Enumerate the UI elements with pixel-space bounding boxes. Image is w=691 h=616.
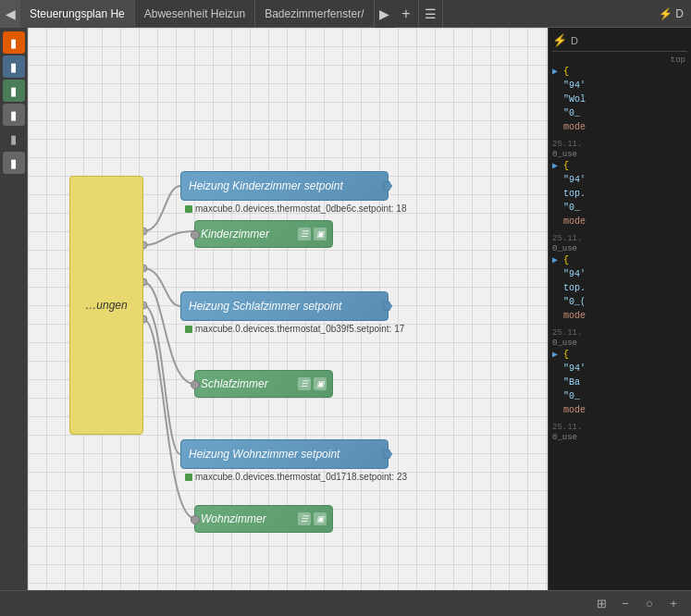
zoom-out-btn[interactable]: − xyxy=(615,594,635,614)
room-node-schlafzimmer[interactable]: Schlafzimmer ☰ ▣ xyxy=(194,370,333,398)
meta-timestamp-3: 25.11. xyxy=(552,328,687,338)
json-entry-2: ▶ { "94' top. "0_ mode xyxy=(552,159,687,228)
deploy-icon: ⚡ xyxy=(552,33,567,47)
sidebar-icon-grey2[interactable]: ▮ xyxy=(3,152,25,174)
toggle-icon-2[interactable]: ▣ xyxy=(314,377,327,390)
junction-node[interactable]: …ungen xyxy=(69,176,143,435)
sublabel-dot-3 xyxy=(185,474,192,481)
json-entry-3: ▶ { "94' top. "0_( mode xyxy=(552,253,687,323)
json-entry-4: ▶ { "94' "Ba "0_ mode xyxy=(552,348,687,417)
tab-badezimmer[interactable]: Badezimmerfenster/ xyxy=(255,0,374,28)
setpoint-node-wohnzimmer[interactable]: Heizung Wohnzimmer setpoint xyxy=(180,439,389,469)
room-node-wohnzimmer[interactable]: Wohnzimmer ☰ ▣ xyxy=(194,505,333,533)
room-icon-kinderzimmer: ☰ ▣ xyxy=(298,228,327,240)
list-icon-2: ☰ xyxy=(298,377,311,390)
port-left-r1 xyxy=(191,230,200,240)
left-sidebar: ▮ ▮ ▮ ▮ ▮ ▮ xyxy=(0,28,28,590)
list-icon-1: ☰ xyxy=(298,228,311,240)
setpoint-label-wohnzimmer: Heizung Wohnzimmer setpoint xyxy=(189,448,339,461)
toggle-icon-1[interactable]: ▣ xyxy=(314,228,327,240)
setpoint-label-kinderzimmer: Heizung Kinderzimmer setpoint xyxy=(189,179,343,192)
sublabel-kinderzimmer: maxcube.0.devices.thermostat_0dbe6c.setp… xyxy=(185,203,406,214)
setpoint-node-schlafzimmer[interactable]: Heizung Schlafzimmer setpoint xyxy=(180,291,389,321)
output-port-sp1 xyxy=(383,181,392,191)
sublabel-dot-1 xyxy=(185,205,192,213)
deploy-btn[interactable]: ⚡ D xyxy=(651,0,691,28)
meta-user-1: 0_use xyxy=(552,150,687,159)
sublabel-text-kinderzimmer: maxcube.0.devices.thermostat_0dbe6c.setp… xyxy=(195,203,406,214)
tab-bar: ◀ Steuerungsplan He Abwesenheit Heizun B… xyxy=(0,0,691,28)
room-icon-schlafzimmer: ☰ ▣ xyxy=(298,377,327,390)
canvas-area[interactable]: …ungen Heizung Kinderzimmer setpoint max… xyxy=(28,28,548,590)
main-area: ▮ ▮ ▮ ▮ ▮ ▮ xyxy=(0,28,691,590)
tab-add-btn[interactable]: + xyxy=(395,0,419,28)
sidebar-icon-green[interactable]: ▮ xyxy=(3,80,25,102)
meta-user-4: 0_use xyxy=(552,433,687,442)
right-panel-header: ⚡ D xyxy=(552,31,687,52)
tab-abwesenheit[interactable]: Abwesenheit Heizun xyxy=(135,0,255,28)
meta-timestamp-4: 25.11. xyxy=(552,423,687,432)
room-label-schlafzimmer: Schlafzimmer xyxy=(201,377,268,390)
sidebar-icon-blue[interactable]: ▮ xyxy=(3,55,25,78)
tab-next-btn[interactable]: ▶ xyxy=(375,0,395,28)
json-entry-1: ▶ { "94' "Wol "0_ mode xyxy=(552,65,687,134)
sublabel-wohnzimmer: maxcube.0.devices.thermostat_0d1718.setp… xyxy=(185,472,407,482)
tab-prev-btn[interactable]: ◀ xyxy=(0,0,20,28)
tab-menu-btn[interactable]: ☰ xyxy=(419,0,443,28)
room-icon-wohnzimmer: ☰ ▣ xyxy=(298,512,327,525)
room-label-kinderzimmer: Kinderzimmer xyxy=(201,228,269,240)
meta-timestamp-1: 25.11. xyxy=(552,140,687,149)
room-label-wohnzimmer: Wohnzimmer xyxy=(201,512,266,525)
tab-steuerungsplan[interactable]: Steuerungsplan He xyxy=(20,0,135,28)
top-label: top xyxy=(552,55,687,65)
port-left-r3 xyxy=(191,515,200,524)
right-panel: ⚡ D top ▶ { "94' "Wol "0_ mode 25.11. 0_… xyxy=(548,28,691,590)
output-port-sp3 xyxy=(383,450,392,459)
port-left-r2 xyxy=(191,380,200,389)
meta-user-2: 0_use xyxy=(552,244,687,253)
meta-timestamp-2: 25.11. xyxy=(552,234,687,243)
sublabel-schlafzimmer: maxcube.0.devices.thermostat_0b39f5.setp… xyxy=(185,324,404,334)
bottom-toolbar: ⊞ − ○ + xyxy=(0,590,691,616)
map-btn[interactable]: ⊞ xyxy=(591,594,611,614)
setpoint-label-schlafzimmer: Heizung Schlafzimmer setpoint xyxy=(189,300,341,313)
right-panel-title: D xyxy=(571,35,578,46)
zoom-in-btn[interactable]: + xyxy=(663,594,684,614)
setpoint-node-kinderzimmer[interactable]: Heizung Kinderzimmer setpoint xyxy=(180,171,389,201)
toggle-icon-3[interactable]: ▣ xyxy=(314,512,327,525)
sidebar-icon-orange[interactable]: ▮ xyxy=(3,31,25,54)
list-icon-3: ☰ xyxy=(298,512,311,525)
sublabel-dot-2 xyxy=(185,326,192,333)
sublabel-text-schlafzimmer: maxcube.0.devices.thermostat_0b39f5.setp… xyxy=(195,324,404,334)
sublabel-text-wohnzimmer: maxcube.0.devices.thermostat_0d1718.setp… xyxy=(195,472,407,482)
junction-node-label: …ungen xyxy=(85,299,127,312)
zoom-reset-btn[interactable]: ○ xyxy=(639,594,660,614)
output-port-sp2 xyxy=(383,302,392,311)
sidebar-icon-light[interactable]: ▮ xyxy=(3,128,25,150)
sidebar-icon-grey1[interactable]: ▮ xyxy=(3,104,25,126)
meta-user-3: 0_use xyxy=(552,339,687,348)
room-node-kinderzimmer[interactable]: Kinderzimmer ☰ ▣ xyxy=(194,220,333,248)
